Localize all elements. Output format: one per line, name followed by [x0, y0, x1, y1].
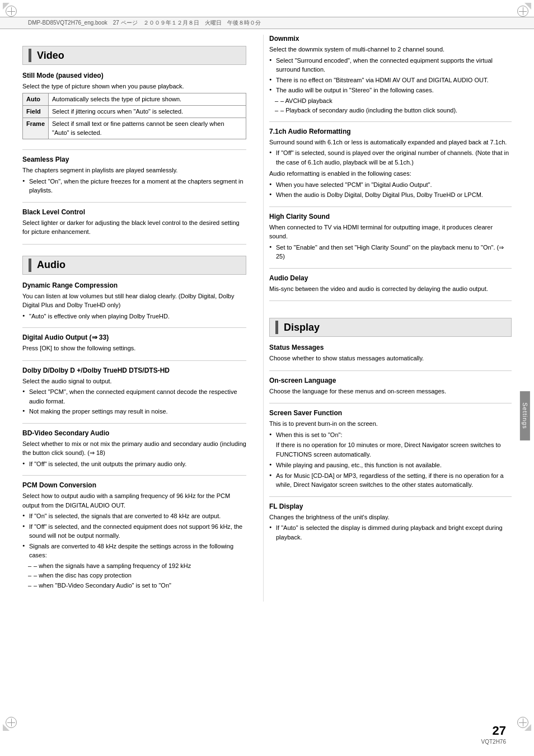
fl-display-title: FL Display [269, 503, 512, 510]
71ch-intro: Surround sound with 6.1ch or less is aut… [269, 138, 512, 147]
settings-tab-label: Settings [522, 402, 528, 429]
downmix-sub-0: – AVCHD playback [269, 96, 512, 106]
dolby-bullet-0: Select "PCM", when the connected equipme… [22, 387, 246, 406]
still-mode-intro: Select the type of picture shown when yo… [22, 82, 246, 91]
screen-saver-subsection: Screen Saver Function This is to prevent… [269, 409, 512, 497]
high-clarity-subsection: High Clarity Sound When connected to TV … [269, 213, 512, 269]
dolby-bullet-1: Not making the proper settings may resul… [22, 407, 246, 416]
dolby-intro: Select the audio signal to output. [22, 377, 246, 386]
still-table-row: AutoAutomatically selects the type of pi… [23, 93, 246, 105]
black-level-intro: Select lighter or darker for adjusting t… [22, 218, 246, 237]
downmix-bullet-0: Select "Surround encoded", when the conn… [269, 56, 512, 74]
screen-saver-on-text: If there is no operation for 10 minutes … [269, 440, 512, 459]
screen-saver-intro: This is to prevent burn-in on the screen… [269, 419, 512, 429]
still-table-label: Frame [23, 118, 49, 139]
main-content: Video Still Mode (paused video) Select t… [0, 35, 534, 602]
right-column: Downmix Select the downmix system of mul… [263, 35, 512, 602]
video-section-title: Video [37, 50, 64, 62]
status-messages-subsection: Status Messages Choose whether to show s… [269, 344, 512, 371]
still-table-desc: Select if jittering occurs when "Auto" i… [49, 105, 246, 118]
downmix-title: Downmix [269, 35, 512, 43]
pcm-down-sub-2: – when "BD-Video Secondary Audio" is set… [22, 581, 246, 590]
still-table-label: Field [23, 105, 49, 118]
bd-video-subsection: BD-Video Secondary Audio Select whether … [22, 429, 246, 476]
video-section-bar [29, 49, 31, 62]
pcm-down-bullet-1: If "Off" is selected, and the connected … [22, 522, 246, 541]
seamless-play-bullet-0: Select "On", when the picture freezes fo… [22, 177, 246, 195]
digital-audio-output-title: Digital Audio Output (⇒ 33) [22, 334, 246, 341]
onscreen-language-subsection: On-screen Language Choose the language f… [269, 377, 512, 404]
dolby-title: Dolby D/Dolby D +/Dolby TrueHD DTS/DTS-H… [22, 367, 246, 374]
high-clarity-bullet-0: Set to "Enable" and then set "High Clari… [269, 243, 512, 261]
downmix-intro: Select the downmix system of multi-chann… [269, 45, 512, 54]
high-clarity-title: High Clarity Sound [269, 213, 512, 220]
audio-delay-subsection: Audio Delay Mis-sync between the video a… [269, 274, 512, 302]
seamless-play-title: Seamless Play [22, 156, 246, 163]
audio-delay-intro: Mis-sync between the video and audio is … [269, 284, 512, 294]
bd-video-intro: Select whether to mix or not mix the pri… [22, 439, 246, 458]
still-table-label: Auto [23, 93, 49, 105]
status-messages-title: Status Messages [269, 344, 512, 351]
header-text: DMP-BD85VQT2H76_eng.book 27 ページ ２００９年１２月… [28, 20, 261, 26]
onscreen-language-title: On-screen Language [269, 377, 512, 384]
video-section-header: Video [22, 46, 246, 65]
bd-video-title: BD-Video Secondary Audio [22, 429, 246, 437]
left-column: Video Still Mode (paused video) Select t… [22, 35, 263, 602]
onscreen-language-intro: Choose the language for these menus and … [269, 387, 512, 396]
corner-mark-tl [6, 6, 17, 17]
fl-display-bullet-0: If "Auto" is selected the display is dim… [269, 523, 512, 542]
seamless-play-subsection: Seamless Play The chapters segment in pl… [22, 156, 246, 203]
page-number: 27 [481, 724, 506, 738]
screen-saver-title: Screen Saver Function [269, 409, 512, 417]
audio-section-title: Audio [37, 259, 65, 271]
settings-tab: Settings [520, 391, 530, 440]
dynamic-range-intro: You can listen at low volumes but still … [22, 292, 246, 310]
71ch-extra-bullet-1: When the audio is Dolby Digital, Dolby D… [269, 190, 512, 200]
screen-saver-bullet-0: When this is set to "On": [269, 430, 512, 440]
screen-saver-bullet-2: As for Music [CD-DA] or MP3, regardless … [269, 471, 512, 490]
audio-section-bar [29, 259, 31, 272]
page-code: VQT2H76 [481, 739, 506, 745]
pcm-down-subsection: PCM Down Conversion Select how to output… [22, 481, 246, 596]
display-section-bar [275, 321, 278, 334]
page-footer: 27 VQT2H76 [481, 724, 506, 745]
pcm-down-intro: Select how to output audio with a sampli… [22, 491, 246, 510]
downmix-sub-1: – Playback of secondary audio (including… [269, 106, 512, 115]
audio-section-header: Audio [22, 256, 246, 275]
still-mode-title: Still Mode (paused video) [22, 72, 246, 79]
pcm-down-sub-0: – when the signals have a sampling frequ… [22, 561, 246, 571]
header-bar: DMP-BD85VQT2H76_eng.book 27 ページ ２００９年１２月… [0, 17, 534, 29]
pcm-down-title: PCM Down Conversion [22, 481, 246, 489]
71ch-bullet-0: If "Off" is selected, sound is played ov… [269, 148, 512, 167]
corner-mark-bl [6, 717, 17, 728]
dynamic-range-subsection: Dynamic Range Compression You can listen… [22, 281, 246, 328]
71ch-title: 7.1ch Audio Reformatting [269, 128, 512, 135]
downmix-subsection: Downmix Select the downmix system of mul… [269, 35, 512, 122]
still-table-row: FieldSelect if jittering occurs when "Au… [23, 105, 246, 118]
still-table-desc: Select if small text or fine patterns ca… [49, 118, 246, 139]
digital-audio-output-intro: Press [OK] to show the following setting… [22, 344, 246, 353]
still-table-row: FrameSelect if small text or fine patter… [23, 118, 246, 139]
71ch-extra-bullet-0: When you have selected "PCM" in "Digital… [269, 180, 512, 190]
display-section-title: Display [284, 322, 320, 334]
corner-mark-br [517, 717, 528, 728]
dolby-subsection: Dolby D/Dolby D +/Dolby TrueHD DTS/DTS-H… [22, 367, 246, 424]
corner-mark-tr [517, 6, 528, 17]
dynamic-range-bullet-0: "Auto" is effective only when playing Do… [22, 312, 246, 321]
digital-audio-output-subsection: Digital Audio Output (⇒ 33) Press [OK] t… [22, 334, 246, 361]
bd-video-bullet-0: If "Off" is selected, the unit outputs t… [22, 459, 246, 469]
71ch-extra-intro: Audio reformatting is enabled in the fol… [269, 169, 512, 179]
black-level-subsection: Black Level Control Select lighter or da… [22, 208, 246, 245]
fl-display-subsection: FL Display Changes the brightness of the… [269, 503, 512, 549]
fl-display-intro: Changes the brightness of the unit's dis… [269, 513, 512, 522]
audio-delay-title: Audio Delay [269, 274, 512, 282]
downmix-bullet-2: The audio will be output in "Stereo" in … [269, 86, 512, 95]
page-container: DMP-BD85VQT2H76_eng.book 27 ページ ２００９年１２月… [0, 0, 534, 756]
downmix-bullet-1: There is no effect on "Bitstream" via HD… [269, 76, 512, 85]
still-mode-table: AutoAutomatically selects the type of pi… [22, 93, 246, 140]
seamless-play-intro: The chapters segment in playlists are pl… [22, 166, 246, 175]
status-messages-intro: Choose whether to show status messages a… [269, 354, 512, 363]
high-clarity-intro: When connected to TV via HDMI terminal f… [269, 223, 512, 241]
black-level-title: Black Level Control [22, 208, 246, 216]
still-mode-subsection: Still Mode (paused video) Select the typ… [22, 72, 246, 150]
